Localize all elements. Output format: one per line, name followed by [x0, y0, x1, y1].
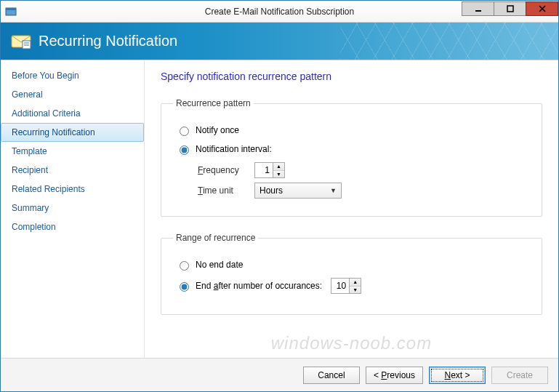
titlebar: Create E-Mail Notification Subscription — [1, 1, 558, 23]
nav-additional-criteria[interactable]: Additional Criteria — [1, 104, 144, 123]
timeunit-label: Time unit — [198, 185, 247, 196]
wizard-footer: Cancel < Previous Next > Create — [1, 358, 558, 391]
notify-once-label: Notify once — [196, 125, 239, 135]
frequency-row: Frequency ▲ ▼ — [198, 162, 530, 178]
timeunit-row: Time unit Hours ▼ — [198, 183, 530, 199]
watermark-text: windows-noob.com — [145, 333, 558, 353]
recurrence-pattern-group: Recurrence pattern Notify once Notificat… — [161, 98, 542, 217]
nav-before-you-begin[interactable]: Before You Begin — [1, 66, 144, 85]
previous-button[interactable]: < Previous — [366, 367, 423, 384]
nav-summary[interactable]: Summary — [1, 199, 144, 217]
occurrences-input[interactable] — [331, 279, 349, 293]
frequency-input[interactable] — [255, 163, 273, 177]
end-after-option[interactable]: End after number of occurances: ▲ ▼ — [176, 278, 530, 294]
next-button[interactable]: Next > — [429, 367, 486, 384]
no-end-date-option[interactable]: No end date — [176, 259, 530, 271]
occurrences-down-icon[interactable]: ▼ — [350, 286, 361, 294]
occurrences-up-icon[interactable]: ▲ — [350, 279, 361, 286]
wizard-window: Create E-Mail Notification Subscription — [0, 0, 559, 392]
notify-once-option[interactable]: Notify once — [176, 124, 530, 136]
frequency-down-icon[interactable]: ▼ — [273, 170, 284, 178]
notification-interval-label: Notification interval: — [196, 144, 272, 154]
no-end-date-label: No end date — [196, 260, 243, 270]
nav-template[interactable]: Template — [1, 142, 144, 161]
notification-interval-radio[interactable] — [180, 145, 189, 155]
nav-completion[interactable]: Completion — [1, 217, 144, 236]
frequency-up-icon[interactable]: ▲ — [273, 163, 284, 170]
no-end-date-radio[interactable] — [180, 261, 189, 271]
range-legend: Range of recurrence — [173, 233, 258, 243]
header-decoration — [340, 23, 558, 60]
wizard-body: Before You Begin General Additional Crit… — [1, 60, 558, 358]
app-icon — [5, 6, 17, 17]
occurrences-spinner[interactable]: ▲ ▼ — [331, 278, 361, 294]
range-of-recurrence-group: Range of recurrence No end date End afte… — [161, 233, 542, 315]
page-heading: Specify notification recurrence pattern — [161, 71, 542, 82]
notification-interval-option[interactable]: Notification interval: — [176, 143, 530, 155]
window-buttons — [462, 1, 558, 22]
nav-general[interactable]: General — [1, 85, 144, 104]
minimize-button[interactable] — [462, 1, 494, 16]
frequency-spinner[interactable]: ▲ ▼ — [254, 162, 285, 178]
wizard-step-title: Recurring Notification — [39, 33, 177, 49]
end-after-label: End after number of occurances: — [196, 281, 322, 291]
maximize-button[interactable] — [494, 1, 526, 16]
svg-rect-3 — [507, 6, 513, 12]
mail-icon — [11, 33, 31, 49]
cancel-button[interactable]: Cancel — [303, 367, 360, 384]
svg-rect-1 — [6, 8, 16, 10]
timeunit-combo[interactable]: Hours ▼ — [254, 183, 342, 199]
timeunit-value: Hours — [260, 185, 283, 196]
recurrence-pattern-legend: Recurrence pattern — [173, 98, 254, 108]
nav-recurring-notification[interactable]: Recurring Notification — [1, 123, 144, 142]
wizard-header: Recurring Notification — [1, 23, 558, 60]
create-button: Create — [491, 367, 548, 384]
wizard-content: Specify notification recurrence pattern … — [145, 60, 558, 358]
nav-recipient[interactable]: Recipient — [1, 161, 144, 180]
chevron-down-icon: ▼ — [330, 187, 337, 194]
nav-related-recipients[interactable]: Related Recipients — [1, 180, 144, 199]
notify-once-radio[interactable] — [180, 127, 189, 136]
close-button[interactable] — [526, 1, 558, 16]
end-after-radio[interactable] — [180, 282, 189, 292]
frequency-label: Frequency — [198, 165, 247, 175]
wizard-nav: Before You Begin General Additional Crit… — [1, 60, 145, 358]
